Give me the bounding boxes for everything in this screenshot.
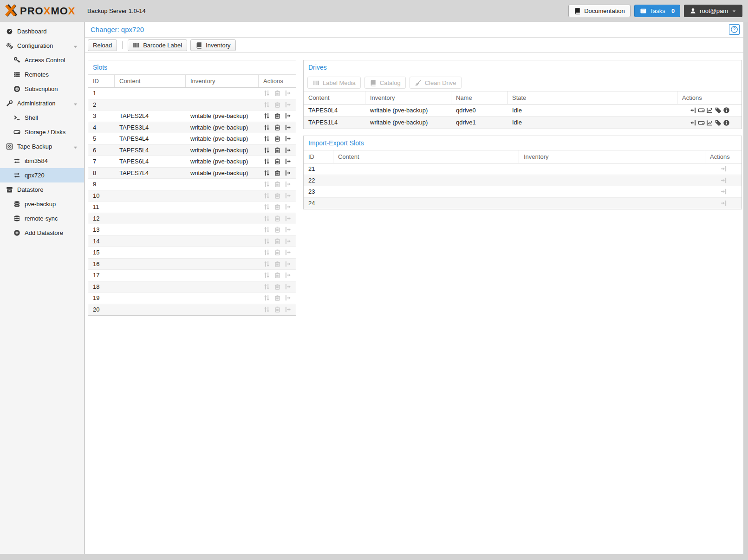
sidebar-item-administration[interactable]: Administration	[0, 96, 84, 111]
unload-icon[interactable]	[689, 107, 696, 114]
column-header-id[interactable]: ID	[88, 75, 115, 87]
trash-icon[interactable]	[274, 112, 281, 119]
export-icon	[285, 249, 292, 256]
sidebar-item-access-control[interactable]: Access Control	[0, 53, 84, 67]
help-button[interactable]: ?	[729, 24, 740, 35]
column-header-actions[interactable]: Actions	[677, 91, 741, 104]
slot-row[interactable]: 18	[88, 281, 296, 293]
slot-row[interactable]: 13	[88, 224, 296, 236]
swap-vertical-icon[interactable]	[263, 135, 270, 142]
slot-row[interactable]: 6TAPES5L4writable (pve-backup)	[88, 145, 296, 156]
inventory-button[interactable]: Inventory	[190, 39, 235, 51]
sidebar-item-ibm3584[interactable]: ibm3584	[0, 154, 84, 168]
task-list-icon	[640, 7, 647, 14]
trash-icon[interactable]	[274, 158, 281, 165]
sidebar-item-storage-disks[interactable]: Storage / Disks	[0, 125, 84, 139]
unload-icon[interactable]	[689, 119, 696, 126]
column-header-inventory[interactable]: Inventory	[186, 75, 259, 87]
column-header-actions[interactable]: Actions	[705, 150, 741, 163]
sidebar-item-qpx720[interactable]: qpx720	[0, 168, 84, 182]
sidebar-item-shell[interactable]: Shell	[0, 111, 84, 125]
chevron-down-icon[interactable]	[73, 44, 78, 49]
swap-vertical-icon[interactable]	[263, 112, 270, 119]
column-header-content[interactable]: Content	[304, 91, 365, 104]
export-icon[interactable]	[285, 158, 292, 165]
drive-row[interactable]: TAPES0L4writable (pve-backup)qdrive0Idle	[304, 104, 741, 117]
slot-row[interactable]: 9	[88, 179, 296, 190]
column-header-state[interactable]: State	[507, 91, 677, 104]
trash-icon[interactable]	[274, 135, 281, 142]
ie-slot-row[interactable]: 21	[304, 163, 741, 175]
slot-row[interactable]: 4TAPES3L4writable (pve-backup)	[88, 122, 296, 134]
slot-row[interactable]: 15	[88, 247, 296, 259]
cell-id: 12	[88, 213, 115, 224]
sidebar-item-add-datastore[interactable]: Add Datastore	[0, 226, 84, 240]
ie-slot-row[interactable]: 22	[304, 175, 741, 187]
user-menu-button[interactable]: root@pam	[684, 5, 742, 17]
ie-slot-row[interactable]: 23	[304, 186, 741, 198]
sidebar-item-tape-backup[interactable]: Tape Backup	[0, 139, 84, 154]
column-header-id[interactable]: ID	[304, 150, 333, 163]
sidebar-item-remote-sync[interactable]: remote-sync	[0, 211, 84, 226]
column-header-content[interactable]: Content	[115, 75, 186, 87]
column-header-inventory[interactable]: Inventory	[365, 91, 451, 104]
swap-vertical-icon[interactable]	[263, 147, 270, 154]
hdd-icon[interactable]	[698, 119, 705, 126]
column-header-inventory[interactable]: Inventory	[519, 150, 705, 163]
swap-vertical-icon[interactable]	[263, 158, 270, 165]
barcode-label-button[interactable]: Barcode Label	[128, 39, 187, 51]
trash-icon[interactable]	[274, 124, 281, 131]
column-header-name[interactable]: Name	[451, 91, 507, 104]
drives-panel: Drives Label MediaCatalogClean Drive Con…	[303, 60, 742, 129]
info-circle-icon[interactable]	[723, 107, 730, 114]
tag-icon[interactable]	[715, 119, 722, 126]
sidebar-item-label: Datastore	[17, 186, 43, 193]
slot-row[interactable]: 8TAPES7L4writable (pve-backup)	[88, 168, 296, 179]
info-circle-icon[interactable]	[723, 119, 730, 126]
export-icon[interactable]	[285, 124, 292, 131]
slot-row[interactable]: 14	[88, 236, 296, 247]
drive-row[interactable]: TAPES1L4writable (pve-backup)qdrive1Idle	[304, 117, 741, 129]
row-actions	[259, 145, 296, 156]
slot-row[interactable]: 11	[88, 202, 296, 213]
column-header-actions[interactable]: Actions	[259, 75, 296, 87]
export-icon[interactable]	[285, 112, 292, 119]
swap-vertical-icon[interactable]	[263, 124, 270, 131]
documentation-button[interactable]: Documentation	[568, 5, 630, 17]
tag-icon[interactable]	[715, 107, 722, 114]
slot-row[interactable]: 5TAPES4L4writable (pve-backup)	[88, 133, 296, 145]
slot-row[interactable]: 17	[88, 270, 296, 281]
slot-row[interactable]: 10	[88, 190, 296, 202]
hdd-icon[interactable]	[698, 107, 705, 114]
chevron-down-icon[interactable]	[73, 145, 78, 150]
export-icon[interactable]	[285, 135, 292, 142]
slot-row[interactable]: 12	[88, 213, 296, 225]
sidebar-item-remotes[interactable]: Remotes	[0, 67, 84, 82]
sidebar-item-configuration[interactable]: Configuration	[0, 39, 84, 53]
slot-row[interactable]: 20	[88, 304, 296, 316]
tasks-button[interactable]: Tasks 0	[634, 5, 680, 17]
export-icon	[285, 238, 292, 245]
ie-slot-row[interactable]: 24	[304, 198, 741, 209]
sidebar-item-datastore[interactable]: Datastore	[0, 182, 84, 197]
proxmox-x-icon	[4, 4, 18, 18]
export-icon[interactable]	[285, 147, 292, 154]
chart-line-icon[interactable]	[706, 107, 713, 114]
swap-vertical-icon[interactable]	[263, 169, 270, 176]
slot-row[interactable]: 7TAPES6L4writable (pve-backup)	[88, 156, 296, 168]
sidebar-item-dashboard[interactable]: Dashboard	[0, 24, 84, 39]
chart-line-icon[interactable]	[706, 119, 713, 126]
column-header-content[interactable]: Content	[333, 150, 519, 163]
slot-row[interactable]: 3TAPES2L4writable (pve-backup)	[88, 111, 296, 122]
reload-button[interactable]: Reload	[88, 39, 117, 51]
chevron-down-icon[interactable]	[73, 102, 78, 107]
slot-row[interactable]: 1	[88, 88, 296, 99]
trash-icon[interactable]	[274, 147, 281, 154]
slot-row[interactable]: 19	[88, 293, 296, 304]
sidebar-item-pve-backup[interactable]: pve-backup	[0, 197, 84, 211]
export-icon[interactable]	[285, 169, 292, 176]
trash-icon[interactable]	[274, 169, 281, 176]
slot-row[interactable]: 16	[88, 259, 296, 270]
slot-row[interactable]: 2	[88, 99, 296, 111]
sidebar-item-subscription[interactable]: Subscription	[0, 82, 84, 96]
